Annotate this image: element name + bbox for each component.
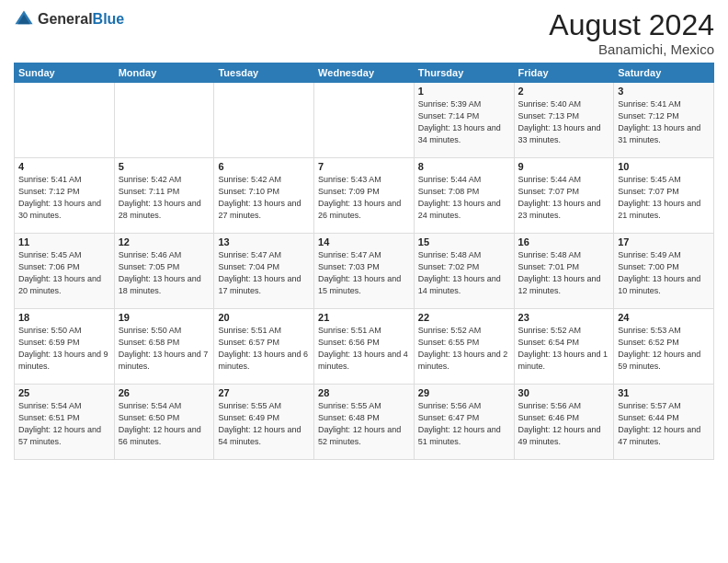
day-number: 5 — [119, 161, 210, 172]
week-row-3: 11Sunrise: 5:45 AMSunset: 7:06 PMDayligh… — [15, 234, 714, 309]
day-cell: 12Sunrise: 5:46 AMSunset: 7:05 PMDayligh… — [114, 234, 214, 309]
day-number: 2 — [518, 86, 610, 97]
day-cell: 30Sunrise: 5:56 AMSunset: 6:46 PMDayligh… — [514, 385, 614, 460]
day-number: 14 — [318, 236, 410, 247]
day-info: Sunrise: 5:48 AMSunset: 7:01 PMDaylight:… — [518, 250, 601, 295]
calendar-table: Sunday Monday Tuesday Wednesday Thursday… — [14, 63, 714, 460]
day-info: Sunrise: 5:49 AMSunset: 7:00 PMDaylight:… — [618, 250, 700, 295]
day-number: 31 — [618, 387, 710, 398]
day-number: 25 — [18, 387, 110, 398]
week-row-2: 4Sunrise: 5:41 AMSunset: 7:12 PMDaylight… — [15, 158, 714, 234]
day-cell — [214, 83, 314, 158]
day-number: 10 — [618, 161, 710, 172]
day-number: 20 — [218, 312, 310, 323]
day-number: 24 — [618, 312, 710, 323]
day-cell: 25Sunrise: 5:54 AMSunset: 6:51 PMDayligh… — [15, 385, 115, 460]
day-cell: 31Sunrise: 5:57 AMSunset: 6:44 PMDayligh… — [614, 385, 714, 460]
day-cell: 11Sunrise: 5:45 AMSunset: 7:06 PMDayligh… — [15, 234, 115, 309]
day-cell: 28Sunrise: 5:55 AMSunset: 6:48 PMDayligh… — [314, 385, 415, 460]
header: GeneralBlue August 2024 Banamichi, Mexic… — [14, 9, 714, 57]
logo-icon — [14, 9, 34, 29]
day-number: 27 — [218, 387, 310, 398]
day-info: Sunrise: 5:56 AMSunset: 6:47 PMDaylight:… — [418, 401, 501, 446]
day-cell: 19Sunrise: 5:50 AMSunset: 6:58 PMDayligh… — [114, 309, 214, 385]
day-info: Sunrise: 5:41 AMSunset: 7:12 PMDaylight:… — [18, 175, 101, 220]
day-cell: 3Sunrise: 5:41 AMSunset: 7:12 PMDaylight… — [614, 83, 714, 158]
day-cell — [314, 83, 415, 158]
day-cell: 2Sunrise: 5:40 AMSunset: 7:13 PMDaylight… — [514, 83, 614, 158]
day-number: 4 — [18, 161, 110, 172]
day-cell: 18Sunrise: 5:50 AMSunset: 6:59 PMDayligh… — [15, 309, 115, 385]
day-number: 12 — [119, 236, 210, 247]
day-info: Sunrise: 5:50 AMSunset: 6:58 PMDaylight:… — [119, 326, 209, 371]
week-row-4: 18Sunrise: 5:50 AMSunset: 6:59 PMDayligh… — [15, 309, 714, 385]
day-info: Sunrise: 5:51 AMSunset: 6:56 PMDaylight:… — [318, 326, 408, 371]
day-number: 13 — [218, 236, 310, 247]
day-info: Sunrise: 5:51 AMSunset: 6:57 PMDaylight:… — [218, 326, 308, 371]
col-thursday: Thursday — [414, 63, 514, 83]
day-cell: 27Sunrise: 5:55 AMSunset: 6:49 PMDayligh… — [214, 385, 314, 460]
day-info: Sunrise: 5:52 AMSunset: 6:54 PMDaylight:… — [518, 326, 609, 371]
day-number: 8 — [418, 161, 510, 172]
day-info: Sunrise: 5:54 AMSunset: 6:50 PMDaylight:… — [119, 401, 201, 446]
day-info: Sunrise: 5:56 AMSunset: 6:46 PMDaylight:… — [518, 401, 601, 446]
day-cell — [15, 83, 115, 158]
day-number: 18 — [18, 312, 110, 323]
day-number: 21 — [318, 312, 410, 323]
day-number: 9 — [518, 161, 610, 172]
day-info: Sunrise: 5:54 AMSunset: 6:51 PMDaylight:… — [18, 401, 101, 446]
day-cell: 4Sunrise: 5:41 AMSunset: 7:12 PMDaylight… — [15, 158, 115, 234]
day-number: 11 — [18, 236, 110, 247]
day-info: Sunrise: 5:45 AMSunset: 7:06 PMDaylight:… — [18, 250, 101, 295]
day-info: Sunrise: 5:41 AMSunset: 7:12 PMDaylight:… — [618, 99, 700, 144]
day-info: Sunrise: 5:45 AMSunset: 7:07 PMDaylight:… — [618, 175, 700, 220]
col-sunday: Sunday — [15, 63, 115, 83]
day-number: 29 — [418, 387, 510, 398]
day-cell: 1Sunrise: 5:39 AMSunset: 7:14 PMDaylight… — [414, 83, 514, 158]
day-cell: 13Sunrise: 5:47 AMSunset: 7:04 PMDayligh… — [214, 234, 314, 309]
week-row-1: 1Sunrise: 5:39 AMSunset: 7:14 PMDaylight… — [15, 83, 714, 158]
day-info: Sunrise: 5:48 AMSunset: 7:02 PMDaylight:… — [418, 250, 501, 295]
day-info: Sunrise: 5:46 AMSunset: 7:05 PMDaylight:… — [119, 250, 201, 295]
day-info: Sunrise: 5:47 AMSunset: 7:03 PMDaylight:… — [318, 250, 401, 295]
day-number: 26 — [119, 387, 210, 398]
day-cell — [114, 83, 214, 158]
day-number: 3 — [618, 86, 710, 97]
day-cell: 16Sunrise: 5:48 AMSunset: 7:01 PMDayligh… — [514, 234, 614, 309]
day-number: 16 — [518, 236, 610, 247]
day-info: Sunrise: 5:42 AMSunset: 7:11 PMDaylight:… — [119, 175, 201, 220]
day-info: Sunrise: 5:50 AMSunset: 6:59 PMDaylight:… — [18, 326, 108, 371]
day-number: 15 — [418, 236, 510, 247]
day-number: 22 — [418, 312, 510, 323]
logo-blue: Blue — [93, 11, 125, 27]
title-block: August 2024 Banamichi, Mexico — [549, 9, 714, 57]
day-cell: 9Sunrise: 5:44 AMSunset: 7:07 PMDaylight… — [514, 158, 614, 234]
day-number: 6 — [218, 161, 310, 172]
day-cell: 17Sunrise: 5:49 AMSunset: 7:00 PMDayligh… — [614, 234, 714, 309]
day-cell: 24Sunrise: 5:53 AMSunset: 6:52 PMDayligh… — [614, 309, 714, 385]
day-cell: 22Sunrise: 5:52 AMSunset: 6:55 PMDayligh… — [414, 309, 514, 385]
day-info: Sunrise: 5:47 AMSunset: 7:04 PMDaylight:… — [218, 250, 301, 295]
col-saturday: Saturday — [614, 63, 714, 83]
col-friday: Friday — [514, 63, 614, 83]
day-number: 30 — [518, 387, 610, 398]
day-cell: 5Sunrise: 5:42 AMSunset: 7:11 PMDaylight… — [114, 158, 214, 234]
day-cell: 6Sunrise: 5:42 AMSunset: 7:10 PMDaylight… — [214, 158, 314, 234]
day-info: Sunrise: 5:55 AMSunset: 6:49 PMDaylight:… — [218, 401, 301, 446]
logo: GeneralBlue — [14, 9, 124, 29]
day-number: 19 — [119, 312, 210, 323]
col-wednesday: Wednesday — [314, 63, 415, 83]
day-info: Sunrise: 5:57 AMSunset: 6:44 PMDaylight:… — [618, 401, 700, 446]
day-cell: 15Sunrise: 5:48 AMSunset: 7:02 PMDayligh… — [414, 234, 514, 309]
day-info: Sunrise: 5:55 AMSunset: 6:48 PMDaylight:… — [318, 401, 401, 446]
main-title: August 2024 — [549, 9, 714, 41]
day-cell: 10Sunrise: 5:45 AMSunset: 7:07 PMDayligh… — [614, 158, 714, 234]
day-cell: 29Sunrise: 5:56 AMSunset: 6:47 PMDayligh… — [414, 385, 514, 460]
day-number: 7 — [318, 161, 410, 172]
day-cell: 26Sunrise: 5:54 AMSunset: 6:50 PMDayligh… — [114, 385, 214, 460]
header-row: Sunday Monday Tuesday Wednesday Thursday… — [15, 63, 714, 83]
day-info: Sunrise: 5:44 AMSunset: 7:08 PMDaylight:… — [418, 175, 501, 220]
col-monday: Monday — [114, 63, 214, 83]
week-row-5: 25Sunrise: 5:54 AMSunset: 6:51 PMDayligh… — [15, 385, 714, 460]
day-info: Sunrise: 5:44 AMSunset: 7:07 PMDaylight:… — [518, 175, 601, 220]
